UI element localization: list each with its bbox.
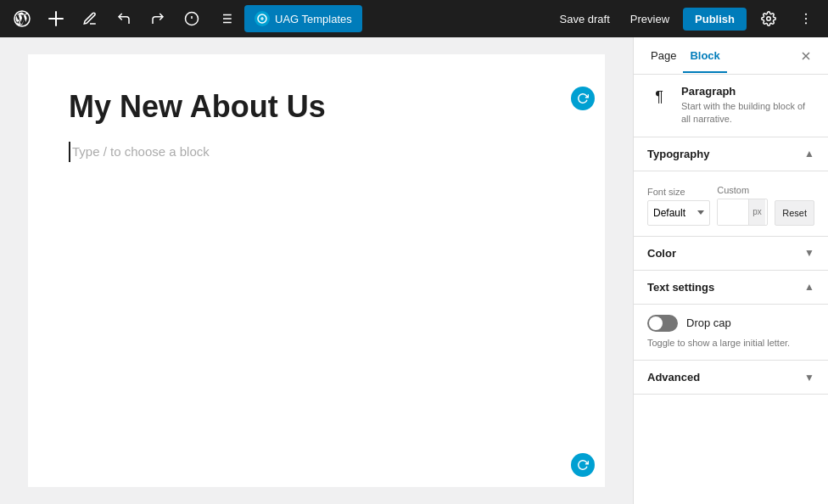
drop-cap-hint: Toggle to show a large initial letter. xyxy=(647,337,814,350)
drop-cap-toggle[interactable] xyxy=(647,315,678,332)
text-settings-content: Drop cap Toggle to show a large initial … xyxy=(634,305,828,361)
toggle-thumb xyxy=(649,316,663,330)
typography-chevron-icon: ▲ xyxy=(804,148,814,160)
info-button[interactable] xyxy=(176,3,207,34)
typography-section-header[interactable]: Typography ▲ xyxy=(634,137,828,171)
custom-input-wrap: px xyxy=(717,199,768,226)
color-section-title: Color xyxy=(647,247,676,260)
list-view-button[interactable] xyxy=(210,3,241,34)
advanced-section-header[interactable]: Advanced ▼ xyxy=(634,361,828,395)
tab-page[interactable]: Page xyxy=(644,39,683,72)
redo-button[interactable] xyxy=(143,3,173,34)
paragraph-icon: ¶ xyxy=(647,85,671,109)
text-settings-title: Text settings xyxy=(647,281,714,294)
wp-logo-button[interactable] xyxy=(7,3,37,34)
px-label: px xyxy=(748,199,765,225)
svg-point-13 xyxy=(805,18,807,20)
typography-content: Font size Default Small Medium Large X-L… xyxy=(634,171,828,237)
custom-font-size-group: Custom px xyxy=(717,185,768,226)
uag-canvas-icon-top[interactable] xyxy=(571,87,595,110)
custom-label: Custom xyxy=(717,185,768,195)
text-settings-section-header[interactable]: Text settings ▲ xyxy=(634,271,828,305)
main-area: My New About Us Type / to choose a block… xyxy=(0,37,828,504)
save-draft-button[interactable]: Save draft xyxy=(553,9,617,29)
uag-canvas-icon-bottom[interactable] xyxy=(571,453,595,477)
svg-point-11 xyxy=(767,17,771,21)
preview-button[interactable]: Preview xyxy=(624,9,676,29)
advanced-section-title: Advanced xyxy=(647,371,700,384)
block-info-text: Paragraph Start with the building block … xyxy=(681,85,814,126)
add-block-button[interactable] xyxy=(41,3,71,34)
block-info-desc: Start with the building block of all nar… xyxy=(681,100,814,126)
font-size-select[interactable]: Default Small Medium Large X-Large xyxy=(647,200,710,226)
custom-font-size-input[interactable] xyxy=(718,199,748,225)
tab-block[interactable]: Block xyxy=(683,39,726,72)
font-size-group: Font size Default Small Medium Large X-L… xyxy=(647,187,710,226)
advanced-chevron-icon: ▼ xyxy=(804,372,814,384)
drop-cap-label: Drop cap xyxy=(686,316,731,329)
svg-point-12 xyxy=(805,14,807,15)
toolbar-right: Save draft Preview Publish xyxy=(553,3,821,34)
tools-button[interactable] xyxy=(75,3,105,34)
undo-button[interactable] xyxy=(109,3,139,34)
color-section-header[interactable]: Color ▼ xyxy=(634,237,828,271)
reset-font-size-button[interactable]: Reset xyxy=(775,200,814,226)
font-size-label: Font size xyxy=(647,187,710,197)
text-settings-chevron-icon: ▲ xyxy=(804,281,814,293)
panel-close-button[interactable] xyxy=(794,44,818,68)
block-info: ¶ Paragraph Start with the building bloc… xyxy=(634,75,828,137)
typography-section-title: Typography xyxy=(647,148,709,160)
publish-button[interactable]: Publish xyxy=(683,8,747,31)
editor-area[interactable]: My New About Us Type / to choose a block xyxy=(0,37,633,504)
uag-templates-label: UAG Templates xyxy=(275,13,352,25)
uag-templates-button[interactable]: UAG Templates xyxy=(244,5,362,32)
more-options-button[interactable] xyxy=(791,3,821,34)
font-size-row: Font size Default Small Medium Large X-L… xyxy=(647,185,814,226)
color-chevron-icon: ▼ xyxy=(804,247,814,259)
toolbar-left: UAG Templates xyxy=(7,3,550,34)
editor-canvas: My New About Us Type / to choose a block xyxy=(28,54,605,487)
drop-cap-row: Drop cap xyxy=(647,315,814,332)
toolbar: UAG Templates Save draft Preview Publish xyxy=(0,0,828,37)
block-info-title: Paragraph xyxy=(681,85,814,98)
panel-tabs: Page Block xyxy=(634,37,828,75)
heading-block[interactable]: My New About Us xyxy=(69,88,564,125)
svg-point-14 xyxy=(805,22,807,24)
right-panel: Page Block ¶ Paragraph Start with the bu… xyxy=(633,37,828,504)
block-placeholder[interactable]: Type / to choose a block xyxy=(69,142,564,162)
uag-icon xyxy=(255,11,270,26)
settings-button[interactable] xyxy=(753,3,784,34)
